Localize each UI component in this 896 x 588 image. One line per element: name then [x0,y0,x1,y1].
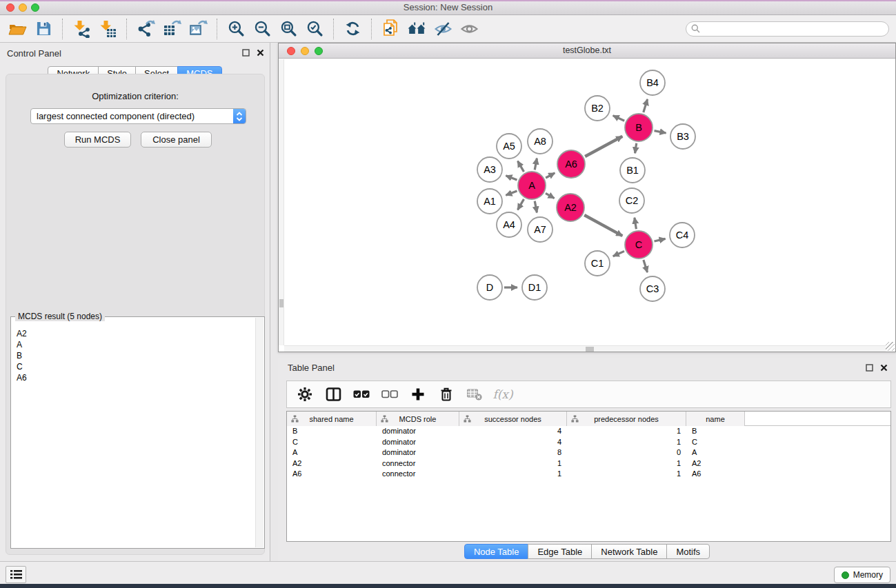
table-cell[interactable]: 1 [567,437,686,448]
graph-node-A[interactable]: A [518,172,546,199]
table-settings-button[interactable] [294,384,316,405]
graph-node-A1[interactable]: A1 [477,189,502,214]
graph-node-A2[interactable]: A2 [557,194,584,221]
table-cell[interactable]: A6 [287,469,377,480]
table-cell[interactable]: A2 [287,458,377,469]
mcds-result-item[interactable]: A6 [17,372,255,383]
table-cell[interactable]: dominator [377,447,459,458]
network-window-titlebar[interactable]: testGlobe.txt [279,43,895,59]
tab-motifs[interactable]: Motifs [666,544,710,559]
graph-edge-A6-B[interactable] [585,136,622,156]
network-vertical-scrollbar[interactable] [279,59,284,345]
zoom-fit-button[interactable] [275,17,301,41]
search-input[interactable] [703,23,888,35]
mcds-result-item[interactable]: C [17,361,255,372]
table-cell[interactable]: C [287,437,377,448]
tab-network-table[interactable]: Network Table [591,544,667,559]
network-horizontal-scrollbar[interactable] [284,345,886,352]
graph-edge-A-A4[interactable] [518,199,524,210]
graph-edge-C-C2[interactable] [635,218,637,230]
select-all-button[interactable] [350,384,372,405]
graph-node-B4[interactable]: B4 [640,70,665,95]
graph-node-C1[interactable]: C1 [585,251,610,276]
table-row[interactable]: Cdominator41C [287,437,890,448]
delete-table-button[interactable] [464,384,486,405]
close-panel-icon[interactable] [880,364,888,372]
graph-node-C[interactable]: C [625,231,653,258]
close-panel-icon[interactable] [257,49,264,57]
export-image-button[interactable] [185,17,211,41]
home-button[interactable] [404,17,430,41]
graph-edge-C-C4[interactable] [655,239,666,241]
open-session-button[interactable] [4,17,30,41]
scrollbar-handle[interactable] [586,347,594,352]
graph-node-A5[interactable]: A5 [497,134,521,159]
deselect-all-button[interactable] [379,384,401,405]
table-cell[interactable]: dominator [377,437,459,448]
delete-columns-button[interactable] [435,384,457,405]
zoom-selected-button[interactable] [301,17,328,41]
zoom-in-button[interactable] [223,17,249,41]
graph-edge-B-B2[interactable] [613,116,625,121]
table-cell[interactable]: A [686,447,745,458]
graph-node-B2[interactable]: B2 [585,96,610,121]
network-canvas[interactable]: AA1A2A3A4A5A6A7A8BB1B2B3B4CC1C2C3C4DD1 [279,59,895,352]
float-panel-icon[interactable] [866,364,873,372]
table-cell[interactable]: 1 [459,458,567,469]
graph-edge-B-B3[interactable] [655,131,666,133]
function-builder-button[interactable]: f(x) [492,384,514,405]
table-row[interactable]: A2connector11A2 [287,458,890,469]
graph-node-C3[interactable]: C3 [640,276,665,301]
graph-node-B1[interactable]: B1 [620,158,645,183]
refresh-button[interactable] [339,17,366,41]
panel-menu-button[interactable] [6,566,26,583]
table-cell[interactable]: 8 [459,447,567,458]
table-cell[interactable]: A [287,447,377,458]
close-panel-button[interactable]: Close panel [141,132,212,148]
table-cell[interactable]: 4 [459,437,567,448]
export-network-button[interactable] [132,17,159,41]
graph-edge-A-A7[interactable] [535,201,537,213]
table-cell[interactable]: 0 [567,447,686,458]
table-cell[interactable]: 1 [567,426,686,437]
table-cell[interactable]: C [686,437,745,448]
memory-button[interactable]: Memory [834,567,890,583]
table-cell[interactable]: connector [377,469,459,480]
table-cell[interactable]: B [287,426,377,437]
table-cell[interactable]: A2 [686,458,745,469]
network-graph[interactable]: AA1A2A3A4A5A6A7A8BB1B2B3B4CC1C2C3C4DD1 [279,59,895,352]
graph-node-B[interactable]: B [625,114,653,141]
run-mcds-button[interactable]: Run MCDS [64,132,131,148]
graph-node-A4[interactable]: A4 [497,212,521,237]
table-row[interactable]: Bdominator41B [287,426,890,437]
mcds-result-scrollbar[interactable] [255,318,263,547]
network-from-document-button[interactable] [377,17,404,41]
graph-node-D1[interactable]: D1 [522,275,547,300]
table-cell[interactable]: B [686,426,745,437]
graph-edge-B-B4[interactable] [644,99,648,112]
save-session-button[interactable] [30,17,57,41]
graph-edge-A-A1[interactable] [506,191,517,195]
graph-edge-A2-C[interactable] [584,215,622,236]
hide-visibility-button[interactable] [430,17,456,41]
table-cell[interactable]: 1 [459,469,567,480]
import-network-button[interactable] [68,17,94,41]
show-columns-button[interactable] [322,384,344,405]
graph-node-B3[interactable]: B3 [670,124,695,149]
search-field[interactable] [686,21,889,37]
graph-node-A6[interactable]: A6 [557,150,585,178]
graph-edge-A-A5[interactable] [518,161,524,172]
export-table-button[interactable] [159,17,185,41]
resize-grip[interactable] [886,342,895,351]
table-cell[interactable]: A6 [686,469,745,480]
graph-edge-A-A6[interactable] [546,173,555,178]
table-cell[interactable]: connector [377,458,459,469]
graph-node-C2[interactable]: C2 [619,188,644,213]
table-cell[interactable]: dominator [377,426,459,437]
column-header-shared-name[interactable]: shared name [287,412,377,426]
graph-edge-A-A8[interactable] [535,159,537,170]
column-header-mcds-role[interactable]: MCDS role [377,412,459,426]
table-cell[interactable]: 4 [459,426,567,437]
graph-edge-A-A3[interactable] [506,176,517,180]
column-header-predecessor-nodes[interactable]: predecessor nodes [567,412,686,426]
